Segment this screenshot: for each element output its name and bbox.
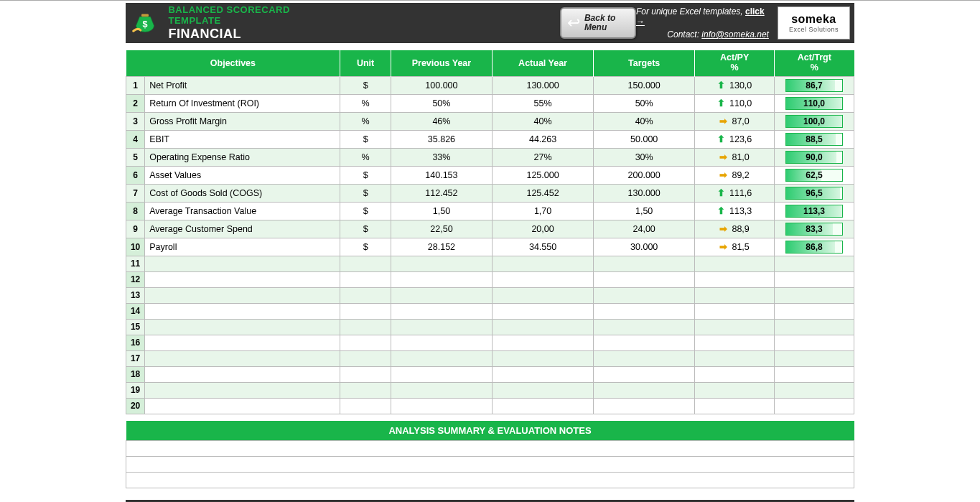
cell-unit[interactable]: $: [340, 220, 391, 238]
notes-cell[interactable]: [126, 473, 854, 488]
cell-unit[interactable]: $: [340, 238, 391, 256]
cell-unit[interactable]: [340, 398, 391, 414]
table-row[interactable]: 11: [126, 256, 854, 271]
cell-actual[interactable]: [493, 303, 594, 319]
cell-objective[interactable]: [145, 366, 340, 382]
cell-unit[interactable]: %: [340, 148, 391, 166]
table-row[interactable]: 5Operating Expense Ratio%33%27%30%➡81,0 …: [126, 148, 854, 166]
cell-objective[interactable]: [145, 335, 340, 350]
cell-unit[interactable]: [340, 382, 391, 398]
table-row[interactable]: 2Return Of Investment (ROI)%50%55%50%⬆11…: [126, 94, 854, 112]
cell-actual[interactable]: 130.000: [493, 76, 594, 94]
cell-actual[interactable]: 44.263: [493, 130, 594, 148]
cell-objective[interactable]: [145, 382, 340, 398]
cell-objective[interactable]: [145, 271, 340, 287]
cell-unit[interactable]: [340, 271, 391, 287]
cell-objective[interactable]: [145, 319, 340, 335]
back-to-menu-button[interactable]: ↩ Back to Menu: [560, 7, 636, 39]
cell-prev[interactable]: [391, 271, 492, 287]
cell-objective[interactable]: [145, 287, 340, 303]
cell-prev[interactable]: [391, 350, 492, 366]
cell-targets[interactable]: [594, 350, 695, 366]
table-row[interactable]: 8Average Transaction Value$1,501,701,50⬆…: [126, 202, 854, 220]
cell-objective[interactable]: Average Transaction Value: [145, 202, 340, 220]
cell-unit[interactable]: [340, 303, 391, 319]
table-row[interactable]: 9Average Customer Spend$22,5020,0024,00➡…: [126, 220, 854, 238]
cell-unit[interactable]: [340, 256, 391, 271]
cell-prev[interactable]: 1,50: [391, 202, 492, 220]
table-row[interactable]: 10Payroll$28.15234.55030.000➡81,5 86,8: [126, 238, 854, 256]
cell-targets[interactable]: 200.000: [594, 166, 695, 184]
cell-unit[interactable]: $: [340, 76, 391, 94]
cell-prev[interactable]: [391, 287, 492, 303]
cell-prev[interactable]: 35.826: [391, 130, 492, 148]
cell-targets[interactable]: [594, 382, 695, 398]
cell-targets[interactable]: 40%: [594, 112, 695, 130]
cell-targets[interactable]: 30.000: [594, 238, 695, 256]
cell-unit[interactable]: [340, 319, 391, 335]
table-row[interactable]: 16: [126, 335, 854, 350]
cell-actual[interactable]: [493, 335, 594, 350]
table-row[interactable]: 1Net Profit$100.000130.000150.000⬆130,0 …: [126, 76, 854, 94]
cell-actual[interactable]: [493, 256, 594, 271]
cell-actual[interactable]: [493, 350, 594, 366]
cell-targets[interactable]: [594, 287, 695, 303]
cell-unit[interactable]: $: [340, 130, 391, 148]
cell-targets[interactable]: 50.000: [594, 130, 695, 148]
table-row[interactable]: 19: [126, 382, 854, 398]
cell-prev[interactable]: [391, 366, 492, 382]
cell-objective[interactable]: Cost of Goods Sold (COGS): [145, 184, 340, 202]
cell-prev[interactable]: 50%: [391, 94, 492, 112]
cell-unit[interactable]: $: [340, 184, 391, 202]
cell-actual[interactable]: 20,00: [493, 220, 594, 238]
cell-actual[interactable]: 125.000: [493, 166, 594, 184]
cell-prev[interactable]: [391, 398, 492, 414]
notes-row[interactable]: [126, 473, 854, 488]
cell-targets[interactable]: 24,00: [594, 220, 695, 238]
cell-prev[interactable]: 28.152: [391, 238, 492, 256]
cell-objective[interactable]: Gross Profit Margin: [145, 112, 340, 130]
table-row[interactable]: 3Gross Profit Margin%46%40%40%➡87,0 100,…: [126, 112, 854, 130]
cell-actual[interactable]: [493, 398, 594, 414]
cell-actual[interactable]: [493, 366, 594, 382]
cell-unit[interactable]: [340, 335, 391, 350]
table-row[interactable]: 14: [126, 303, 854, 319]
cell-actual[interactable]: 40%: [493, 112, 594, 130]
cell-prev[interactable]: 33%: [391, 148, 492, 166]
notes-row[interactable]: [126, 441, 854, 457]
cell-prev[interactable]: [391, 335, 492, 350]
cell-targets[interactable]: 30%: [594, 148, 695, 166]
cell-objective[interactable]: Average Customer Spend: [145, 220, 340, 238]
cell-targets[interactable]: [594, 366, 695, 382]
cell-prev[interactable]: 140.153: [391, 166, 492, 184]
cell-actual[interactable]: 34.550: [493, 238, 594, 256]
cell-actual[interactable]: 1,70: [493, 202, 594, 220]
cell-actual[interactable]: [493, 382, 594, 398]
cell-prev[interactable]: [391, 319, 492, 335]
cell-objective[interactable]: [145, 303, 340, 319]
cell-actual[interactable]: 55%: [493, 94, 594, 112]
someka-logo[interactable]: someka Excel Solutions: [778, 6, 850, 39]
cell-objective[interactable]: Asset Values: [145, 166, 340, 184]
table-row[interactable]: 4EBIT$35.82644.26350.000⬆123,6 88,5: [126, 130, 854, 148]
cell-objective[interactable]: Net Profit: [145, 76, 340, 94]
cell-objective[interactable]: Operating Expense Ratio: [145, 148, 340, 166]
cell-actual[interactable]: [493, 287, 594, 303]
cell-unit[interactable]: $: [340, 166, 391, 184]
notes-row[interactable]: [126, 457, 854, 473]
cell-targets[interactable]: 150.000: [594, 76, 695, 94]
cell-prev[interactable]: [391, 382, 492, 398]
cell-objective[interactable]: Return Of Investment (ROI): [145, 94, 340, 112]
cell-prev[interactable]: 100.000: [391, 76, 492, 94]
cell-targets[interactable]: [594, 271, 695, 287]
table-row[interactable]: 17: [126, 350, 854, 366]
cell-targets[interactable]: 1,50: [594, 202, 695, 220]
table-row[interactable]: 6Asset Values$140.153125.000200.000➡89,2…: [126, 166, 854, 184]
cell-actual[interactable]: [493, 319, 594, 335]
cell-objective[interactable]: [145, 350, 340, 366]
cell-targets[interactable]: [594, 398, 695, 414]
cell-unit[interactable]: %: [340, 94, 391, 112]
cell-targets[interactable]: [594, 335, 695, 350]
cell-objective[interactable]: Payroll: [145, 238, 340, 256]
notes-cell[interactable]: [126, 457, 854, 473]
